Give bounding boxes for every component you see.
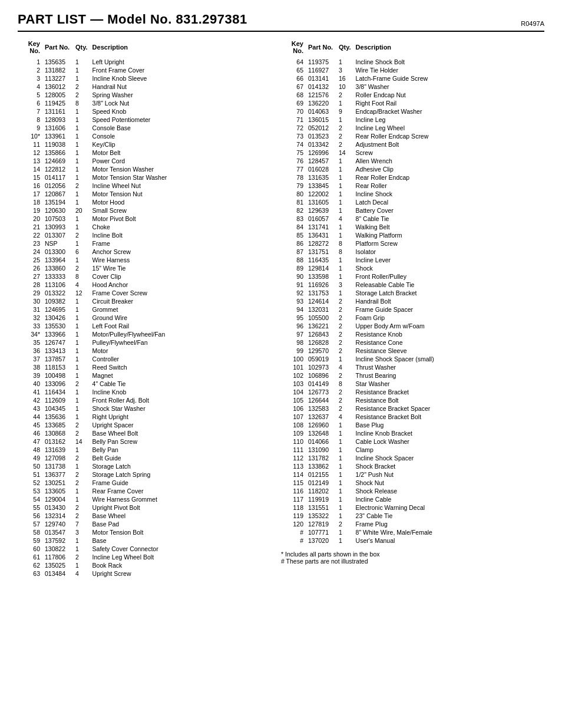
desc-cell: Left Upright [90,58,281,66]
table-row: 116 118202 1 Shock Release [281,487,544,495]
qty-cell: 1 [336,264,353,272]
key-no-cell: 95 [281,314,306,322]
qty-cell: 1 [336,165,353,173]
part-no-cell: 109382 [42,297,73,305]
part-no-cell: 013430 [42,503,73,512]
key-no-cell: 5 [18,91,42,99]
key-no-cell: 116 [281,487,306,495]
desc-cell: Motor [90,347,281,355]
qty-cell: 1 [336,289,353,297]
desc-cell: Controller [90,355,281,363]
qty-cell: 1 [73,297,90,305]
key-no-cell: 98 [281,338,306,347]
qty-cell: 14 [336,149,353,157]
desc-cell: Cover Clip [90,272,281,281]
key-no-cell: 72 [281,124,306,132]
qty-cell: 1 [73,58,90,66]
part-no-cell: 116435 [306,256,336,264]
table-row: 105 126644 2 Resistance Bolt [281,396,544,404]
part-no-cell: 131738 [42,462,73,470]
key-no-cell: 92 [281,289,306,297]
table-row: 104 126773 2 Resistance Bracket [281,388,544,396]
qty-cell: 2 [336,520,353,528]
key-no-cell: 83 [281,215,306,223]
desc-cell: Foam Grip [353,314,544,322]
qty-cell: 2 [336,330,353,338]
desc-cell: Incline Leg Wheel [353,124,544,132]
key-no-cell: 25 [18,256,42,264]
part-no-cell: 121576 [306,91,336,99]
table-row: 53 133605 1 Rear Frame Cover [18,487,281,495]
key-no-cell: 102 [281,371,306,380]
desc-cell: Incline Shock [353,190,544,198]
qty-cell: 1 [336,206,353,215]
part-no-cell: 133862 [306,462,336,470]
desc-cell: Front Roller Adj. Bolt [90,396,281,404]
table-row: 12 135866 1 Motor Belt [18,149,281,157]
key-no-cell: 38 [18,363,42,371]
part-no-cell: 131551 [306,503,336,512]
table-row: # 107771 1 8" White Wire, Male/Female [281,528,544,536]
qty-cell: 1 [336,429,353,437]
part-no-cell: 131635 [306,173,336,182]
part-no-cell: 124614 [306,297,336,305]
table-row: 73 013523 2 Rear Roller Endcap Screw [281,132,544,140]
part-no-cell: 127819 [306,520,336,528]
desc-cell: 23" Cable Tie [353,512,544,520]
qty-cell: 1 [73,330,90,338]
table-row: 86 128272 8 Platform Screw [281,239,544,248]
table-row: 14 122812 1 Motor Tension Washer [18,165,281,173]
qty-cell: 2 [336,338,353,347]
table-row: 98 126828 2 Resistance Cone [281,338,544,347]
key-no-cell: 12 [18,149,42,157]
key-no-cell: 64 [281,58,306,66]
table-row: 115 012149 1 Shock Nut [281,479,544,487]
part-no-cell: 135635 [42,58,73,66]
key-no-cell: 10* [18,132,42,140]
qty-cell: 1 [73,388,90,396]
table-row: 55 013430 2 Upright Pivot Bolt [18,503,281,512]
right-header-qty: Qty. [336,39,353,58]
desc-cell: Anchor Screw [90,248,281,256]
desc-cell: Incline Leg Wheel Bolt [90,553,281,561]
part-no-cell: 132583 [306,404,336,413]
qty-cell: 2 [336,140,353,149]
key-no-cell: 120 [281,520,306,528]
desc-cell: Incline Shock Spacer [353,454,544,462]
qty-cell: 1 [73,363,90,371]
desc-cell: Motor Tension Washer [90,165,281,173]
qty-cell: 1 [336,495,353,503]
right-header-keyno: Key No. [281,39,306,58]
right-parts-table: Key No. Part No. Qty. Description 64 119… [281,39,544,545]
key-no-cell: 96 [281,322,306,330]
key-no-cell: 80 [281,190,306,198]
desc-cell: Base Pad [90,520,281,528]
table-row: 95 105500 2 Foam Grip [281,314,544,322]
desc-cell: Wire Tie Holder [353,66,544,74]
table-row: 21 130993 1 Choke [18,223,281,231]
qty-cell: 1 [336,173,353,182]
table-row: 5 128005 2 Spring Washer [18,91,281,99]
key-no-cell: 19 [18,206,42,215]
table-row: 65 116927 3 Wire Tie Holder [281,66,544,74]
table-row: 82 129639 1 Battery Cover [281,206,544,215]
desc-cell: Thrust Bearing [353,371,544,380]
table-row: 8 128093 1 Speed Potentiometer [18,116,281,124]
qty-cell: 1 [336,190,353,198]
desc-cell: Motor Hood [90,198,281,206]
qty-cell: 2 [73,512,90,520]
part-no-cell: 129814 [306,264,336,272]
qty-cell: 20 [73,206,90,215]
desc-cell: Storage Latch Bracket [353,289,544,297]
table-row: 52 130251 2 Frame Guide [18,479,281,487]
desc-cell: Resistance Knob [353,330,544,338]
qty-cell: 1 [336,198,353,206]
table-row: 15 014117 1 Motor Tension Star Washer [18,173,281,182]
part-no-cell: 131161 [42,107,73,116]
qty-cell: 1 [73,239,90,248]
desc-cell: Incline Cable [353,495,544,503]
table-row: 94 132031 2 Frame Guide Spacer [281,305,544,314]
qty-cell: 2 [73,231,90,239]
left-parts-table: Key No. Part No. Qty. Description 1 1356… [18,39,281,578]
qty-cell: 8 [73,272,90,281]
